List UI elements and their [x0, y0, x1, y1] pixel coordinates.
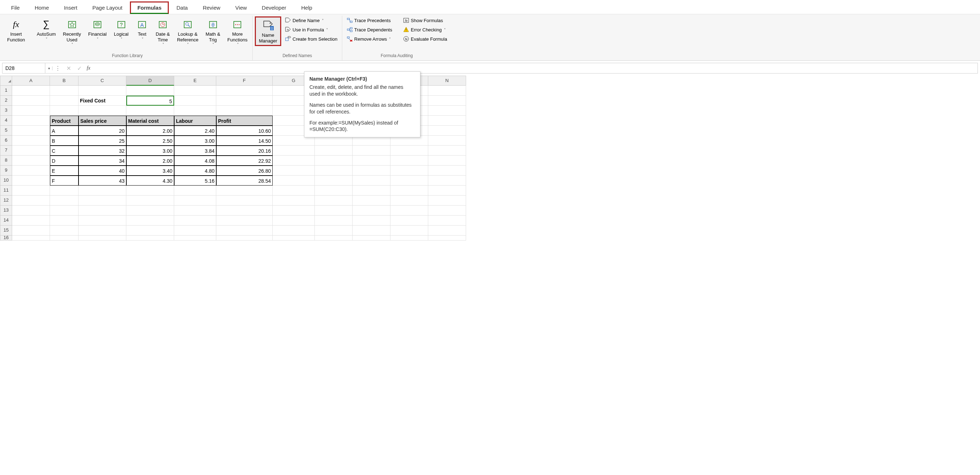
- row-header[interactable]: 7: [0, 146, 12, 156]
- cell[interactable]: [390, 226, 428, 235]
- cell[interactable]: [428, 116, 466, 126]
- cell-fixed-cost-label[interactable]: Fixed Cost: [78, 95, 126, 106]
- cell[interactable]: [428, 126, 466, 136]
- table-cell-sales-price[interactable]: 34: [78, 156, 126, 165]
- cell[interactable]: [12, 126, 50, 136]
- tab-formulas[interactable]: Formulas: [130, 2, 169, 14]
- table-header-profit[interactable]: Profit: [216, 116, 273, 126]
- cell[interactable]: [353, 186, 390, 195]
- cell[interactable]: [50, 86, 78, 95]
- fx-icon[interactable]: fx: [84, 65, 92, 71]
- row-header[interactable]: 14: [0, 216, 12, 226]
- cancel-formula-icon[interactable]: ✕: [63, 64, 74, 73]
- cell[interactable]: [315, 226, 353, 235]
- cell[interactable]: [12, 165, 50, 176]
- evaluate-formula-button[interactable]: fx Evaluate Formula: [401, 35, 449, 43]
- cell[interactable]: [126, 106, 174, 116]
- cell[interactable]: [428, 136, 466, 146]
- row-header[interactable]: 15: [0, 226, 12, 235]
- table-cell-profit[interactable]: 22.92: [216, 156, 273, 165]
- table-cell-profit[interactable]: 20.16: [216, 146, 273, 156]
- cell[interactable]: [78, 106, 126, 116]
- cell[interactable]: [126, 226, 174, 235]
- cell[interactable]: [428, 176, 466, 186]
- tab-help[interactable]: Help: [294, 2, 320, 14]
- table-cell-labour[interactable]: 3.00: [174, 136, 216, 146]
- row-header[interactable]: 4: [0, 116, 12, 126]
- cell[interactable]: [174, 195, 216, 206]
- cell[interactable]: [216, 95, 273, 106]
- trace-precedents-button[interactable]: Trace Precedents: [344, 16, 395, 24]
- cell[interactable]: [126, 195, 174, 206]
- name-box[interactable]: [3, 63, 45, 73]
- cell[interactable]: [353, 156, 390, 165]
- use-in-formula-button[interactable]: fx Use in Formula ˅: [283, 26, 340, 33]
- cell[interactable]: [315, 195, 353, 206]
- table-cell-material-cost[interactable]: 3.00: [126, 146, 174, 156]
- cell[interactable]: [273, 235, 315, 240]
- cell[interactable]: [12, 146, 50, 156]
- cell[interactable]: [428, 216, 466, 226]
- cell[interactable]: [428, 226, 466, 235]
- cell[interactable]: [50, 216, 78, 226]
- text-button[interactable]: A Text ˅: [133, 16, 151, 43]
- cell[interactable]: [353, 176, 390, 186]
- cell[interactable]: [78, 216, 126, 226]
- row-header[interactable]: 8: [0, 156, 12, 165]
- tab-home[interactable]: Home: [27, 2, 56, 14]
- cell[interactable]: [174, 235, 216, 240]
- math-trig-button[interactable]: θ Math & Trig ˅: [203, 16, 223, 48]
- col-header[interactable]: N: [428, 76, 466, 86]
- row-header[interactable]: 16: [0, 235, 12, 240]
- recently-used-button[interactable]: Recently Used ˅: [60, 16, 84, 48]
- cell[interactable]: [353, 235, 390, 240]
- table-cell-sales-price[interactable]: 20: [78, 126, 126, 136]
- row-header[interactable]: 10: [0, 176, 12, 186]
- table-cell-product[interactable]: A: [50, 126, 78, 136]
- tab-review[interactable]: Review: [195, 2, 228, 14]
- show-formulas-button[interactable]: fx Show Formulas: [401, 16, 449, 24]
- table-cell-labour[interactable]: 4.08: [174, 156, 216, 165]
- col-header[interactable]: A: [12, 76, 50, 86]
- row-header[interactable]: 2: [0, 95, 12, 106]
- cell[interactable]: [12, 195, 50, 206]
- cell[interactable]: [428, 106, 466, 116]
- cell[interactable]: [428, 165, 466, 176]
- cell[interactable]: [12, 95, 50, 106]
- define-name-button[interactable]: Define Name ˅: [283, 16, 340, 24]
- row-header[interactable]: 3: [0, 106, 12, 116]
- table-cell-material-cost[interactable]: 2.50: [126, 136, 174, 146]
- cell[interactable]: [390, 235, 428, 240]
- cell[interactable]: [50, 95, 78, 106]
- cell[interactable]: [12, 186, 50, 195]
- table-cell-product[interactable]: E: [50, 165, 78, 176]
- cell[interactable]: [78, 195, 126, 206]
- cell[interactable]: [78, 226, 126, 235]
- cell[interactable]: [273, 165, 315, 176]
- cell[interactable]: [78, 235, 126, 240]
- col-header[interactable]: E: [174, 76, 216, 86]
- row-header[interactable]: 12: [0, 195, 12, 206]
- cell[interactable]: [12, 226, 50, 235]
- table-cell-sales-price[interactable]: 40: [78, 165, 126, 176]
- table-cell-profit[interactable]: 28.54: [216, 176, 273, 186]
- cell[interactable]: [50, 186, 78, 195]
- formula-options-icon[interactable]: ⋮: [52, 64, 63, 73]
- cell[interactable]: [428, 186, 466, 195]
- cell[interactable]: [174, 86, 216, 95]
- table-cell-product[interactable]: D: [50, 156, 78, 165]
- cell[interactable]: [12, 235, 50, 240]
- cell[interactable]: [12, 156, 50, 165]
- table-cell-product[interactable]: B: [50, 136, 78, 146]
- col-header[interactable]: D: [126, 76, 174, 86]
- logical-button[interactable]: ? Logical ˅: [111, 16, 131, 43]
- table-header-labour[interactable]: Labour: [174, 116, 216, 126]
- autosum-button[interactable]: ∑ AutoSum ˅: [34, 16, 59, 43]
- cell[interactable]: [390, 146, 428, 156]
- cell[interactable]: [390, 156, 428, 165]
- enter-formula-icon[interactable]: ✓: [74, 64, 84, 73]
- cell[interactable]: [273, 156, 315, 165]
- cell[interactable]: [12, 216, 50, 226]
- table-header-sales-price[interactable]: Sales price: [78, 116, 126, 126]
- cell[interactable]: [428, 156, 466, 165]
